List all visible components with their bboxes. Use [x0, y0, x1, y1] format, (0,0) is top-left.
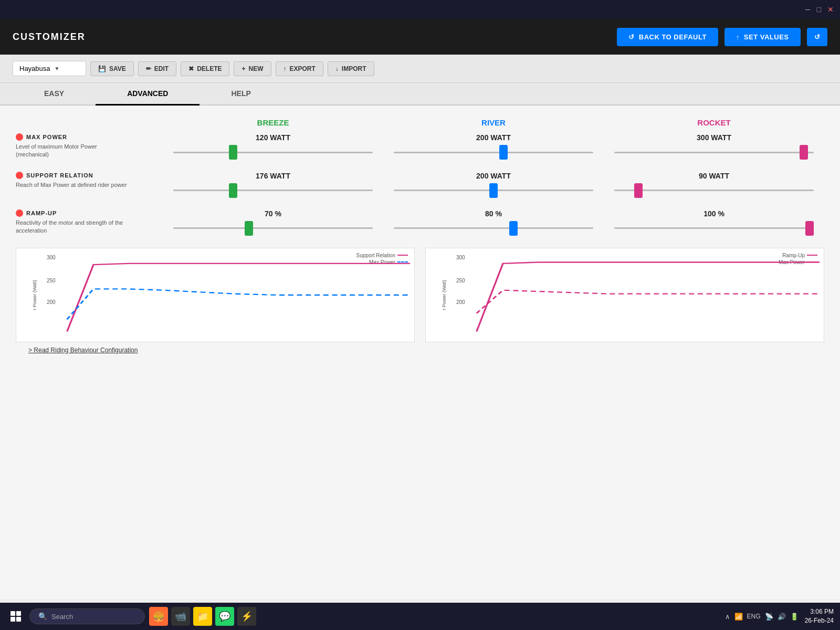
dropdown-arrow-icon: ▼ — [55, 66, 60, 71]
save-button[interactable]: 💾 SAVE — [90, 61, 134, 76]
network-icon[interactable]: 📶 — [734, 613, 743, 621]
minimize-button[interactable]: ─ — [805, 5, 811, 14]
delete-button[interactable]: ✖ DELETE — [181, 61, 229, 76]
param-desc-ramp-up: Reactivity of the motor and strength of … — [16, 219, 152, 235]
read-more-link[interactable]: > Read Riding Behaviour Configuration — [16, 342, 824, 358]
slider-track-breeze-ramp[interactable] — [173, 222, 373, 235]
slider-col-river-max-power: 200 WATT — [383, 133, 604, 159]
taskbar-app-food[interactable]: 🍔 — [149, 607, 168, 626]
slider-col-river-support: 200 WATT — [383, 172, 604, 197]
import-button[interactable]: ↓ IMPORT — [328, 61, 374, 76]
volume-icon[interactable]: 🔊 — [778, 613, 786, 621]
y-label-200: 200 — [47, 299, 56, 305]
param-info-support-relation: SUPPORT RELATION Reach of Max Power at d… — [16, 172, 163, 189]
slider-thumb-breeze-support[interactable] — [229, 183, 237, 198]
date-display: 26-Feb-24 — [805, 616, 834, 625]
slider-track-river-max-power[interactable] — [394, 146, 593, 159]
search-placeholder: Search — [51, 613, 73, 621]
y-label-250: 250 — [47, 278, 56, 284]
param-info-ramp-up: RAMP-UP Reactivity of the motor and stre… — [16, 209, 163, 235]
new-icon: + — [242, 65, 245, 72]
content-area: Hayabusa ▼ 💾 SAVE ✏ EDIT ✖ DELETE + NEW … — [0, 55, 840, 603]
slider-col-river-ramp: 80 % — [383, 209, 604, 235]
header-buttons: ↺ BACK TO DEFAULT ↑ SET VALUES ↺ — [617, 28, 827, 46]
new-button[interactable]: + NEW — [234, 61, 271, 76]
chart-right-ylabel: r Power (Watt) — [442, 280, 447, 310]
edit-button[interactable]: ✏ EDIT — [138, 61, 176, 76]
y-label-r-250: 250 — [456, 278, 465, 284]
tab-easy[interactable]: EASY — [13, 83, 96, 106]
maximize-button[interactable]: □ — [817, 5, 821, 14]
slider-track-breeze-support[interactable] — [173, 184, 373, 197]
param-desc-max-power: Level of maximum Motor Power(mechanical) — [16, 143, 152, 159]
slider-thumb-river-ramp[interactable] — [509, 221, 518, 236]
tray-arrow-icon[interactable]: ∧ — [725, 613, 730, 621]
profile-name: Hayabusa — [19, 65, 50, 72]
taskbar-app-whatsapp[interactable]: 💬 — [215, 607, 234, 626]
modes-header: BREEZE RIVER ROCKET — [16, 116, 824, 129]
slider-track-rocket-ramp[interactable] — [614, 222, 814, 235]
slider-track-bg — [614, 227, 814, 229]
delete-icon: ✖ — [188, 65, 194, 72]
start-button[interactable] — [6, 607, 25, 626]
tab-help[interactable]: HELP — [200, 83, 282, 106]
param-name-max-power: MAX POWER — [16, 133, 152, 141]
tab-advanced[interactable]: ADVANCED — [96, 83, 200, 106]
set-values-button[interactable]: ↑ SET VALUES — [724, 28, 801, 46]
slider-track-river-support[interactable] — [394, 184, 593, 197]
y-label-r-300: 300 — [456, 255, 465, 260]
slider-thumb-river-support[interactable] — [489, 183, 498, 198]
param-desc-support-relation: Reach of Max Power at defined rider powe… — [16, 181, 152, 189]
slider-track-bg — [394, 190, 593, 191]
slider-track-breeze-max-power[interactable] — [173, 146, 373, 159]
slider-thumb-rocket-ramp[interactable] — [805, 221, 814, 236]
power-icon[interactable]: 🔋 — [790, 613, 799, 621]
slider-thumb-breeze-max-power[interactable] — [229, 145, 237, 160]
slider-thumb-rocket-support[interactable] — [634, 183, 643, 198]
slider-thumb-rocket-max-power[interactable] — [800, 145, 808, 160]
refresh-button[interactable]: ↺ — [807, 28, 828, 46]
taskbar-app-folder[interactable]: 📁 — [193, 607, 212, 626]
upload-icon: ↑ — [736, 33, 740, 41]
export-button[interactable]: ↑ EXPORT — [276, 61, 323, 76]
back-to-default-button[interactable]: ↺ BACK TO DEFAULT — [617, 28, 718, 46]
app-title: CUSTOMIZER — [13, 32, 86, 43]
taskbar-search-box[interactable]: 🔍 Search — [29, 608, 145, 624]
windows-icon — [10, 611, 21, 622]
chart-right-area: 300 250 200 — [440, 253, 820, 338]
taskbar-app-activity[interactable]: ⚡ — [237, 607, 256, 626]
slider-value-river-max-power: 200 WATT — [476, 133, 511, 142]
slider-track-bg — [394, 227, 593, 229]
slider-col-rocket-max-power: 300 WATT — [604, 133, 824, 159]
wifi-icon[interactable]: 📡 — [765, 613, 773, 621]
slider-track-river-ramp[interactable] — [394, 222, 593, 235]
slider-col-breeze-max-power: 120 WATT — [163, 133, 383, 159]
slider-value-breeze-ramp: 70 % — [265, 209, 281, 218]
close-button[interactable]: ✕ — [827, 5, 834, 14]
charts-section: Support Relation Max Power 300 250 200 — [16, 248, 824, 342]
mode-label-river: RIVER — [383, 116, 604, 129]
app-window: CUSTOMIZER ↺ BACK TO DEFAULT ↑ SET VALUE… — [0, 19, 840, 603]
toolbar-row: Hayabusa ▼ 💾 SAVE ✏ EDIT ✖ DELETE + NEW … — [0, 55, 840, 83]
slider-track-rocket-max-power[interactable] — [614, 146, 814, 159]
slider-thumb-breeze-ramp[interactable] — [245, 221, 253, 236]
slider-col-rocket-ramp: 100 % — [604, 209, 824, 235]
profile-dropdown[interactable]: Hayabusa ▼ — [13, 61, 86, 76]
taskbar-app-video[interactable]: 📹 — [171, 607, 190, 626]
param-name-support-relation: SUPPORT RELATION — [16, 172, 152, 179]
slider-track-rocket-support[interactable] — [614, 184, 814, 197]
slider-thumb-river-max-power[interactable] — [499, 145, 508, 160]
export-icon: ↑ — [284, 65, 287, 72]
y-label-r-200: 200 — [456, 299, 465, 305]
system-tray: ∧ 📶 ENG 📡 🔊 🔋 — [725, 613, 799, 621]
warning-icon-ramp-up — [16, 209, 23, 217]
search-icon: 🔍 — [38, 612, 47, 621]
chart-right: Ramp-Up Max Power 300 250 200 — [425, 248, 824, 342]
slider-value-river-support: 200 WATT — [476, 172, 511, 180]
chart-left-svg — [58, 253, 410, 338]
mode-label-rocket: ROCKET — [604, 116, 824, 129]
import-icon: ↓ — [335, 65, 339, 72]
slider-track-bg — [614, 152, 814, 153]
edit-icon: ✏ — [146, 65, 151, 72]
refresh-icon: ↺ — [814, 33, 821, 41]
